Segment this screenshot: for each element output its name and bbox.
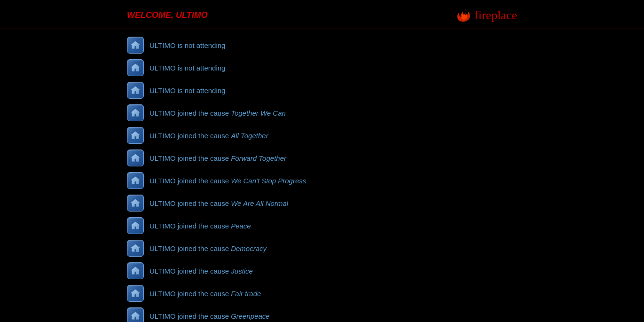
svg-marker-4 [131, 132, 140, 139]
home-icon [127, 262, 144, 279]
logo-text: fireplace [474, 8, 517, 23]
activity-text: ULTIMO joined the cause We Are All Norma… [149, 199, 288, 207]
list-item: ULTIMO is not attending [127, 34, 517, 56]
activity-text: ULTIMO joined the cause Peace [149, 222, 251, 230]
home-icon [127, 127, 144, 144]
username-display: ULTIMO [176, 10, 208, 20]
page-header: welcome, ULTIMO fireplace [0, 0, 644, 29]
welcome-message: welcome, ULTIMO [127, 10, 208, 20]
welcome-prefix: welcome, [127, 10, 176, 20]
home-icon [127, 104, 144, 121]
activity-text: ULTIMO joined the cause Forward Together [149, 154, 286, 162]
activity-list: ULTIMO is not attending ULTIMO is not at… [0, 29, 644, 322]
svg-marker-3 [131, 109, 140, 117]
svg-marker-6 [131, 177, 140, 184]
list-item: ULTIMO joined the cause Together We Can [127, 102, 517, 124]
list-item: ULTIMO joined the cause Justice [127, 259, 517, 282]
cause-name: Forward Together [231, 154, 286, 162]
home-icon [127, 172, 144, 189]
activity-text: ULTIMO is not attending [149, 64, 225, 72]
home-icon [127, 82, 144, 99]
cause-name: Democracy [231, 244, 267, 252]
activity-text: ULTIMO joined the cause Together We Can [149, 109, 286, 117]
activity-text: ULTIMO joined the cause All Together [149, 132, 268, 140]
cause-name: Greenpeace [231, 312, 270, 320]
home-icon [127, 285, 144, 302]
svg-marker-2 [131, 86, 140, 94]
svg-marker-0 [131, 41, 140, 49]
list-item: ULTIMO joined the cause Greenpeace [127, 305, 517, 322]
list-item: ULTIMO is not attending [127, 56, 517, 79]
list-item: ULTIMO joined the cause Fair trade [127, 282, 517, 305]
activity-text: ULTIMO joined the cause Fair trade [149, 290, 261, 298]
svg-marker-12 [131, 312, 140, 320]
activity-text: ULTIMO is not attending [149, 41, 225, 49]
list-item: ULTIMO joined the cause We Can't Stop Pr… [127, 169, 517, 192]
svg-marker-8 [131, 222, 140, 229]
cause-name: Fair trade [231, 290, 261, 298]
flame-icon [456, 6, 471, 25]
list-item: ULTIMO joined the cause Democracy [127, 237, 517, 259]
home-icon [127, 240, 144, 257]
cause-name: We Are All Normal [231, 199, 288, 207]
list-item: ULTIMO joined the cause We Are All Norma… [127, 192, 517, 214]
cause-name: Justice [231, 267, 253, 275]
list-item: ULTIMO is not attending [127, 79, 517, 102]
cause-name: All Together [231, 132, 268, 140]
svg-marker-7 [131, 199, 140, 207]
activity-text: ULTIMO joined the cause We Can't Stop Pr… [149, 177, 306, 185]
home-icon [127, 59, 144, 76]
home-icon [127, 37, 144, 54]
svg-marker-9 [131, 244, 140, 252]
svg-marker-10 [131, 267, 140, 275]
home-icon [127, 149, 144, 166]
activity-text: ULTIMO is not attending [149, 86, 225, 94]
logo-area: fireplace [456, 6, 517, 25]
svg-marker-1 [131, 64, 140, 71]
list-item: ULTIMO joined the cause Forward Together [127, 147, 517, 169]
svg-marker-11 [131, 290, 140, 297]
list-item: ULTIMO joined the cause Peace [127, 214, 517, 237]
activity-text: ULTIMO joined the cause Justice [149, 267, 253, 275]
cause-name: Together We Can [231, 109, 286, 117]
svg-marker-5 [131, 154, 140, 162]
home-icon [127, 217, 144, 234]
home-icon [127, 195, 144, 212]
activity-text: ULTIMO joined the cause Greenpeace [149, 312, 270, 320]
activity-text: ULTIMO joined the cause Democracy [149, 244, 267, 252]
cause-name: We Can't Stop Progress [231, 177, 306, 185]
list-item: ULTIMO joined the cause All Together [127, 124, 517, 147]
home-icon [127, 307, 144, 322]
cause-name: Peace [231, 222, 251, 230]
